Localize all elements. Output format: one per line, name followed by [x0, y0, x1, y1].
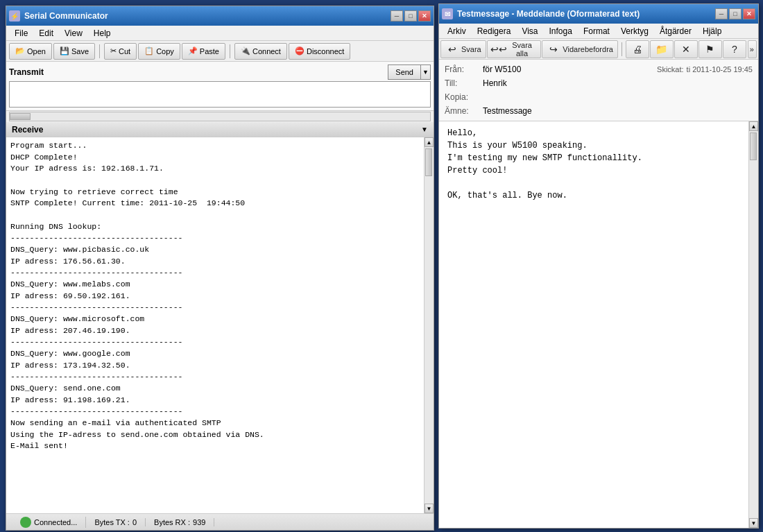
expand-button[interactable]: »	[748, 40, 757, 58]
to-value: Henrik	[483, 78, 753, 88]
transmit-hscrollbar-thumb	[10, 113, 31, 120]
email-toolbar: ↩ Svara ↩↩ Svara alla ↪ Vidarebefordra 🖨…	[439, 39, 758, 60]
delete-icon: ✕	[679, 42, 693, 56]
cc-row: Kopia:	[445, 90, 753, 104]
serial-title-text: Serial Communicator	[24, 11, 391, 21]
email-maximize-button[interactable]: □	[729, 8, 741, 19]
connection-text: Connected...	[34, 518, 77, 526]
subject-label: Ämne:	[445, 106, 483, 116]
reply-all-icon: ↩↩	[492, 42, 506, 56]
reply-all-label: Svara alla	[508, 41, 537, 58]
receive-dropdown-icon[interactable]: ▼	[421, 126, 428, 133]
transmit-header: Transmit Send ▼	[9, 65, 431, 80]
serial-communicator-window: ⚡ Serial Communicator ─ □ ✕ File Edit Vi…	[6, 6, 434, 531]
send-btn-group: Send ▼	[388, 65, 431, 80]
bytes-rx-label: Bytes RX :	[154, 518, 190, 526]
email-menu-hjalp[interactable]: Hjälp	[697, 25, 727, 37]
email-title-text: Testmessage - Meddelande (Oformaterad te…	[457, 9, 715, 19]
to-row: Till: Henrik	[445, 76, 753, 90]
copy-button[interactable]: 📋 Copy	[138, 43, 180, 60]
email-menu-format[interactable]: Format	[578, 25, 615, 37]
move-button[interactable]: 📁	[650, 40, 674, 58]
reply-label: Svara	[461, 45, 481, 53]
email-menu-verktyg[interactable]: Verktyg	[615, 25, 654, 37]
email-menu-visa[interactable]: Visa	[516, 25, 543, 37]
flag-button[interactable]: ⚑	[698, 40, 722, 58]
serial-win-controls: ─ □ ✕	[391, 10, 431, 22]
email-menu-redigera[interactable]: Redigera	[472, 25, 517, 37]
paste-icon: 📌	[188, 46, 198, 55]
email-scroll-thumb	[750, 132, 757, 160]
from-value: för W5100	[483, 65, 657, 74]
email-menu-arkiv[interactable]: Arkiv	[442, 25, 472, 37]
connect-icon: 🔌	[241, 46, 250, 55]
transmit-hscrollbar[interactable]	[9, 112, 431, 121]
serial-window-icon: ⚡	[9, 10, 20, 22]
delete-button[interactable]: ✕	[674, 40, 698, 58]
cut-label: Cut	[119, 47, 130, 55]
transmit-input[interactable]	[9, 81, 431, 108]
sent-label: Skickat:	[657, 65, 684, 74]
open-label: Open	[27, 47, 46, 55]
email-header-area: Från: för W5100 Skickat: ti 2011-10-25 1…	[439, 60, 758, 121]
print-button[interactable]: 🖨	[626, 40, 649, 58]
connect-button[interactable]: 🔌 Connect	[234, 43, 287, 60]
bytes-tx-label: Bytes TX :	[94, 518, 130, 526]
reply-all-button[interactable]: ↩↩ Svara alla	[487, 40, 542, 58]
connection-icon	[20, 517, 31, 528]
copy-icon: 📋	[144, 46, 154, 55]
sent-value: ti 2011-10-25 19:45	[687, 65, 753, 74]
send-button[interactable]: Send	[388, 65, 421, 80]
toolbar-sep-2	[230, 44, 230, 58]
email-menu-infoga[interactable]: Infoga	[544, 25, 578, 37]
serial-menu-file[interactable]: File	[9, 27, 33, 40]
serial-menu-edit[interactable]: Edit	[33, 27, 59, 40]
email-body-area: Hello, This is your W5100 speaking. I'm …	[439, 121, 758, 528]
bytes-rx-value: 939	[193, 518, 205, 526]
email-minimize-button[interactable]: ─	[715, 8, 728, 19]
email-menu-atgarder[interactable]: Åtgärder	[654, 25, 697, 37]
receive-header: Receive ▼	[6, 122, 434, 137]
help-email-button[interactable]: ?	[723, 40, 746, 58]
open-icon: 📂	[15, 46, 25, 55]
receive-label: Receive	[12, 125, 43, 135]
scroll-thumb	[425, 148, 432, 176]
disconnect-icon: ⛔	[295, 46, 305, 55]
subject-row: Ämne: Testmessage	[445, 104, 753, 118]
scroll-down-arrow[interactable]: ▼	[425, 504, 434, 513]
from-label: Från:	[445, 65, 483, 74]
to-label: Till:	[445, 78, 483, 88]
toolbar-sep-1	[99, 44, 100, 58]
email-scroll-down[interactable]: ▼	[749, 518, 758, 528]
serial-minimize-button[interactable]: ─	[391, 10, 403, 22]
receive-vscrollbar[interactable]: ▲ ▼	[424, 137, 434, 513]
reply-button[interactable]: ↩ Svara	[440, 40, 486, 58]
cc-label: Kopia:	[445, 92, 483, 102]
paste-button[interactable]: 📌 Paste	[182, 43, 225, 60]
send-dropdown-arrow[interactable]: ▼	[421, 65, 431, 80]
forward-button[interactable]: ↪ Vidarebefordra	[542, 40, 618, 58]
cut-icon: ✂	[110, 46, 117, 55]
bytes-tx-value: 0	[132, 518, 137, 526]
cut-button[interactable]: ✂ Cut	[104, 43, 137, 60]
bytes-tx-status: Bytes TX : 0	[86, 518, 146, 526]
email-close-button[interactable]: ✕	[743, 8, 755, 19]
scroll-up-arrow[interactable]: ▲	[425, 137, 434, 147]
subject-value: Testmessage	[483, 106, 753, 116]
open-button[interactable]: 📂 Open	[9, 43, 52, 60]
transmit-label: Transmit	[9, 67, 44, 77]
scroll-track	[425, 147, 434, 504]
disconnect-button[interactable]: ⛔ Disconnect	[289, 43, 350, 60]
email-scroll-up[interactable]: ▲	[749, 121, 758, 131]
bytes-rx-status: Bytes RX : 939	[146, 518, 214, 526]
email-vscrollbar[interactable]: ▲ ▼	[748, 121, 758, 528]
serial-menu-help[interactable]: Help	[88, 27, 117, 40]
save-button[interactable]: 💾 Save	[53, 43, 95, 60]
forward-icon: ↪	[547, 42, 560, 56]
email-menu-bar: Arkiv Redigera Visa Infoga Format Verkty…	[439, 24, 758, 39]
serial-maximize-button[interactable]: □	[404, 10, 417, 22]
serial-close-button[interactable]: ✕	[418, 10, 431, 22]
help-icon: ?	[728, 42, 741, 56]
serial-menu-view[interactable]: View	[59, 27, 88, 40]
paste-label: Paste	[200, 47, 219, 55]
